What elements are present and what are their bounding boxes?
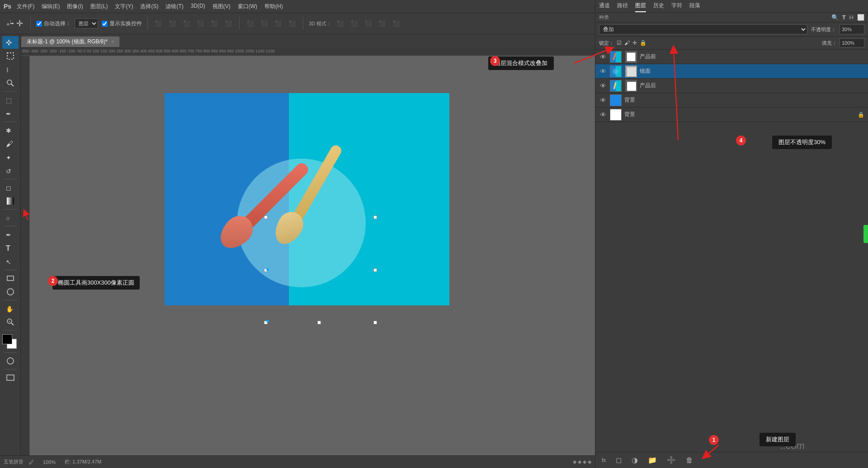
menu-window[interactable]: 窗口(W) [238, 3, 257, 10]
layer-new-button[interactable]: ➕ [664, 455, 679, 465]
tab-channel[interactable]: 通道 [599, 0, 610, 12]
distribute-2[interactable]: ⬛ [259, 19, 269, 28]
layer-row-product-after[interactable]: 👁 产品后 [595, 79, 868, 93]
layer-row-base[interactable]: 👁 背景 🔒 [595, 108, 868, 122]
layer-fx-button[interactable]: fx [599, 456, 609, 464]
auto-select-checkbox[interactable] [36, 21, 42, 27]
menu-layer[interactable]: 图层(L) [90, 3, 108, 10]
lock-paint[interactable]: 🖌 [624, 40, 630, 46]
distribute-1[interactable]: ⬛ [245, 19, 255, 28]
stamp-tool-btn[interactable]: ✦ [2, 151, 19, 164]
lock-row: 锁定： ☑ 🖌 ✛ 🔒 填充： [595, 37, 868, 50]
screen-mode-btn[interactable] [2, 371, 19, 384]
layer-vis-4[interactable]: 👁 [599, 97, 607, 104]
align-top[interactable]: ⬛ [195, 19, 206, 28]
3d-mode-2[interactable]: ⬛ [349, 19, 359, 28]
sel-handle-br [373, 321, 377, 324]
show-transform-checkbox[interactable] [102, 21, 108, 27]
align-right[interactable]: ⬛ [181, 19, 192, 28]
eyedropper-btn[interactable]: ✒ [2, 107, 19, 120]
lasso-tool-btn[interactable]: ⌇ [2, 63, 19, 76]
layer-row-mirror[interactable]: 👁 镜面 [595, 64, 868, 79]
opacity-input[interactable] [840, 24, 864, 34]
hand-tool-btn[interactable]: ✋ [2, 302, 19, 315]
status-bar: 五笔拼音 🖊 100% 栏: 1.37M/2.47M ◆ ◆ ◆ ◆ [0, 455, 595, 468]
menu-image[interactable]: 图像(I) [67, 3, 83, 10]
3d-mode-1[interactable]: ⬛ [335, 19, 345, 28]
align-center-v[interactable]: ⬛ [167, 19, 178, 28]
layer-vis-2[interactable]: 👁 [599, 68, 607, 75]
distribute-3[interactable]: ⬛ [273, 19, 283, 28]
eraser-tool-btn[interactable]: ◻ [2, 181, 19, 194]
canvas-tab-1[interactable]: 未标题-1 @ 100% (镜面, RGB/8)* × [21, 36, 120, 47]
menu-help[interactable]: 帮助(H) [264, 3, 283, 10]
spot-heal-btn[interactable]: ✱ [2, 124, 19, 136]
sel-center-bot [266, 320, 269, 323]
move-tool[interactable]: ✛ ✛ [4, 18, 25, 29]
menu-filter[interactable]: 滤镜(T) [165, 3, 183, 10]
crop-tool-btn[interactable]: ⬚ [2, 94, 19, 106]
history-brush-btn[interactable]: ↺ [2, 164, 19, 177]
tool-sep-6 [4, 270, 17, 270]
canvas-tab-close[interactable]: × [111, 39, 114, 44]
pi-icon-rect[interactable]: ⬜ [857, 14, 864, 21]
lock-move[interactable]: ✛ [632, 40, 637, 46]
tab-history[interactable]: 历史 [653, 0, 664, 12]
menu-3d[interactable]: 3D(D) [191, 3, 205, 10]
menu-type[interactable]: 文字(Y) [115, 3, 133, 10]
selection-tool-btn[interactable] [2, 50, 19, 62]
layer-vis-1[interactable]: 👁 [599, 53, 607, 61]
quick-select-btn[interactable] [2, 77, 19, 89]
status-zoom: 100% [43, 459, 56, 465]
lock-all[interactable]: 🔒 [640, 40, 646, 46]
layer-row-product-before[interactable]: 👁 产品前 [595, 50, 868, 64]
zoom-tool-btn[interactable]: + [2, 316, 19, 328]
menu-view[interactable]: 视图(V) [212, 3, 231, 10]
layer-bottom-toolbar: fx ◻ ◑ 📁 ➕ 🗑 [595, 452, 868, 468]
lock-check[interactable]: ☑ [617, 40, 622, 46]
fill-input[interactable] [840, 38, 864, 47]
menu-select[interactable]: 选择(S) [140, 3, 158, 10]
pi-icon-1[interactable]: 🔍 [831, 14, 839, 21]
align-bottom[interactable]: ⬛ [223, 19, 234, 28]
layer-vis-3[interactable]: 👁 [599, 82, 607, 89]
layer-vis-5[interactable]: 👁 [599, 111, 607, 118]
layer-delete-button[interactable]: 🗑 [683, 455, 696, 465]
svg-line-7 [11, 84, 14, 86]
move-tool-btn[interactable]: ✜ [2, 36, 19, 49]
layer-adjustment-button[interactable]: ◑ [629, 455, 641, 465]
tab-paragraph[interactable]: 段落 [689, 0, 700, 12]
layer-group-button[interactable]: 📁 [645, 455, 660, 465]
3d-mode-4[interactable]: ⬛ [377, 19, 387, 28]
quick-mask-btn[interactable] [2, 355, 19, 367]
menu-edit[interactable]: 编辑(E) [42, 3, 60, 10]
tab-layers[interactable]: 图层 [635, 0, 646, 12]
align-center-h[interactable]: ⬛ [209, 19, 220, 28]
layer-thumb-4 [610, 94, 622, 106]
layer-mask-button[interactable]: ◻ [613, 455, 624, 465]
filter-label: 种类 [599, 14, 609, 21]
3d-mode-5[interactable]: ⬛ [391, 19, 401, 28]
ellipse-tool-btn[interactable] [2, 285, 19, 298]
text-tool-btn[interactable]: T [2, 242, 19, 254]
align-left[interactable]: ⬛ [153, 19, 164, 28]
tab-character[interactable]: 字符 [671, 0, 682, 12]
pi-icon-T[interactable]: T [842, 14, 846, 21]
distribute-4[interactable]: ⬛ [287, 19, 297, 28]
menu-file[interactable]: 文件(F) [17, 3, 34, 10]
path-select-btn[interactable]: ↖ [2, 255, 19, 268]
pi-icon-H[interactable]: H [849, 14, 854, 21]
pen-tool-btn[interactable]: ✒ [2, 228, 19, 241]
svg-text:+: + [8, 319, 10, 323]
3d-mode-3[interactable]: ⬛ [363, 19, 373, 28]
shape-tool-btn[interactable] [2, 272, 19, 285]
layer-row-background[interactable]: 👁 背景 [595, 93, 868, 108]
gradient-tool-btn[interactable] [2, 195, 19, 207]
blend-mode-dropdown[interactable]: 叠加 [599, 24, 807, 34]
tab-path[interactable]: 路径 [617, 0, 628, 12]
brush-tool-btn[interactable]: 🖌 [2, 137, 19, 150]
foreground-color[interactable] [2, 334, 12, 344]
auto-select-dropdown[interactable]: 图层 [75, 19, 98, 28]
dodge-tool-btn[interactable]: ○ [2, 211, 19, 224]
canvas-area[interactable]: 2 椭圆工具画300X300像素正圆 [30, 56, 595, 468]
